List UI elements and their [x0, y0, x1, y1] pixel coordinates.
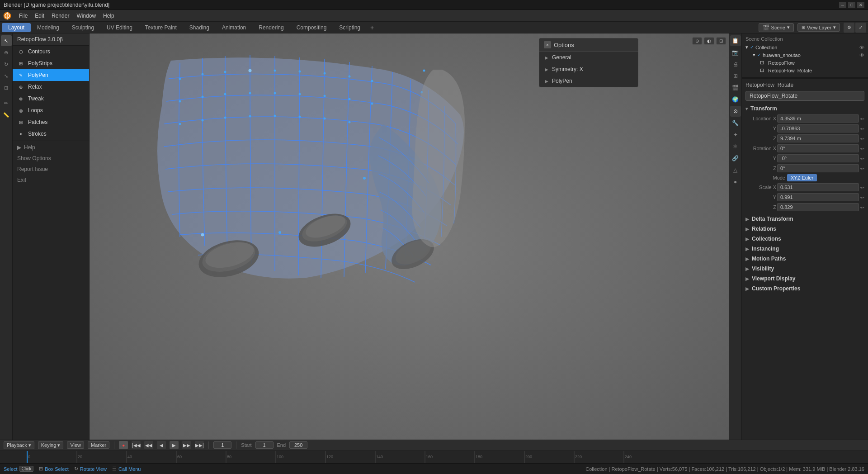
sidebar-item-polystrips[interactable]: ⊞ PolyStrips — [13, 57, 89, 69]
viewport-overlay-button[interactable]: ◐ — [704, 37, 714, 45]
delta-transform-header[interactable]: ▶ Delta Transform — [745, 214, 864, 224]
scale-x-minus[interactable]: ◂ — [860, 185, 862, 190]
visibility-header[interactable]: ▶ Visibility — [745, 264, 864, 274]
sc-item-retopoflow-rotate[interactable]: ⊡ RetopoFlow_Rotate — [745, 66, 864, 74]
sidebar-item-tweak[interactable]: ⊗ Tweak — [13, 93, 89, 104]
loc-y-minus[interactable]: ◂ — [860, 127, 862, 131]
tab-animation[interactable]: Animation — [216, 23, 252, 32]
tab-texture-paint[interactable]: Texture Paint — [139, 23, 183, 32]
tab-add-button[interactable]: + — [367, 23, 377, 32]
tl-next-frame-button[interactable]: ▶▶ — [182, 441, 191, 449]
loc-z-plus[interactable]: ▸ — [863, 137, 864, 141]
rot-y-plus[interactable]: ▸ — [863, 156, 864, 161]
particles-props-icon[interactable]: ✦ — [730, 129, 741, 140]
custom-props-header[interactable]: ▶ Custom Properties — [745, 284, 864, 294]
tool-transform[interactable]: ⊞ — [1, 82, 12, 93]
sidebar-item-strokes[interactable]: ✦ Strokes — [13, 128, 89, 140]
loc-y-plus[interactable]: ▸ — [863, 127, 864, 131]
sidebar-section-exit[interactable]: Exit — [13, 175, 89, 185]
options-row-general[interactable]: ▶ General — [539, 52, 638, 63]
mode-value[interactable]: XYZ Euler — [787, 174, 817, 181]
tab-rendering[interactable]: Rendering — [252, 23, 290, 32]
physics-props-icon[interactable]: ⚛ — [730, 141, 741, 152]
scene-props-icon[interactable]: 🎬 — [730, 82, 741, 93]
call-menu-label[interactable]: Call Menu — [118, 466, 141, 472]
sc-item-retopoflow[interactable]: ⊡ RetopoFlow — [745, 59, 864, 66]
options-close-button[interactable]: × — [544, 41, 551, 48]
tab-modeling[interactable]: Modeling — [31, 23, 66, 32]
motion-paths-header[interactable]: ▶ Motion Paths — [745, 254, 864, 264]
relations-header[interactable]: ▶ Relations — [745, 224, 864, 234]
rotation-z-value[interactable]: 0° — [777, 164, 859, 172]
menu-render[interactable]: Render — [48, 12, 73, 20]
sc-item-collection[interactable]: ▾ ✓ Collection 👁 — [745, 43, 864, 51]
view-layer-selector[interactable]: ⊞ View Layer ▾ — [797, 23, 840, 32]
tl-play-button[interactable]: ▶ — [170, 441, 179, 449]
rotate-label[interactable]: Rotate View — [80, 466, 107, 472]
location-y-value[interactable]: -0.70863 — [777, 124, 859, 133]
transform-header[interactable]: ▾ Transform — [745, 104, 864, 114]
tab-sculpting[interactable]: Sculpting — [66, 23, 100, 32]
scale-x-value[interactable]: 0.631 — [777, 183, 859, 191]
current-frame-display[interactable]: 1 — [213, 441, 231, 449]
viewport[interactable]: × Options ▶ General ▶ Symmetry: X ▶ Poly… — [90, 33, 729, 450]
marker-dropdown[interactable]: Marker — [88, 441, 109, 449]
menu-window[interactable]: Window — [73, 12, 99, 20]
tl-jump-end-button[interactable]: ▶▶| — [195, 441, 204, 449]
sidebar-item-relax[interactable]: ⊕ Relax — [13, 81, 89, 93]
tl-prev-frame-button[interactable]: ◀◀ — [144, 441, 153, 449]
scene-selector[interactable]: 🎬 Scene ▾ — [759, 23, 794, 32]
minimize-button[interactable]: ─ — [839, 2, 846, 8]
options-row-symmetry[interactable]: ▶ Symmetry: X — [539, 63, 638, 75]
tl-jump-start-button[interactable]: |◀◀ — [132, 441, 141, 449]
sc-item-huawan[interactable]: ▾ ✓ huawan_shoutao 👁 — [745, 51, 864, 59]
prop-object-name-display[interactable]: RetopoFlow_Rotate — [745, 91, 864, 101]
playback-dropdown[interactable]: Playback ▾ — [4, 441, 34, 449]
scale-y-value[interactable]: 0.991 — [777, 193, 859, 201]
rotation-x-value[interactable]: 0° — [777, 144, 859, 152]
view-dropdown[interactable]: View — [67, 441, 84, 449]
world-props-icon[interactable]: 🌍 — [730, 94, 741, 105]
start-frame-display[interactable]: 1 — [255, 441, 274, 449]
scale-z-value[interactable]: 0.829 — [777, 203, 859, 211]
object-props-icon[interactable]: ⊙ — [730, 106, 741, 117]
tab-compositing[interactable]: Compositing — [290, 23, 333, 32]
rot-z-minus[interactable]: ◂ — [860, 166, 862, 171]
location-x-value[interactable]: 4.3539 m — [777, 114, 859, 123]
options-row-polypen[interactable]: ▶ PolyPen — [539, 75, 638, 87]
tl-play-reverse-button[interactable]: ◀ — [157, 441, 166, 449]
maximize-button[interactable]: □ — [848, 2, 855, 8]
scale-x-plus[interactable]: ▸ — [863, 185, 864, 190]
viewport-shading-button[interactable]: ⊙ — [692, 37, 702, 45]
loc-z-minus[interactable]: ◂ — [860, 137, 862, 141]
tl-record-button[interactable]: ● — [119, 441, 128, 449]
sidebar-item-polypen[interactable]: ✎ PolyPen — [13, 69, 89, 81]
view-layer-props-icon[interactable]: ⊞ — [730, 71, 741, 81]
tool-annotate[interactable]: ✏ — [1, 98, 12, 109]
scale-z-minus[interactable]: ◂ — [860, 205, 862, 209]
modifier-props-icon[interactable]: 🔧 — [730, 118, 741, 128]
material-props-icon[interactable]: ● — [730, 176, 741, 187]
rot-x-minus[interactable]: ◂ — [860, 147, 862, 151]
constraints-props-icon[interactable]: 🔗 — [730, 153, 741, 164]
scale-y-minus[interactable]: ◂ — [860, 195, 862, 199]
rot-y-minus[interactable]: ◂ — [860, 156, 862, 161]
tab-uv-editing[interactable]: UV Editing — [100, 23, 139, 32]
loc-x-minus[interactable]: ◂ — [860, 117, 862, 121]
sidebar-item-contours[interactable]: ⬡ Contours — [13, 46, 89, 57]
rot-z-plus[interactable]: ▸ — [863, 166, 864, 171]
rotation-y-value[interactable]: -0° — [777, 154, 859, 162]
fullscreen-button[interactable]: ⤢ — [855, 23, 866, 33]
render-props-icon[interactable]: 📷 — [730, 47, 741, 58]
sidebar-item-loops[interactable]: ◎ Loops — [13, 104, 89, 116]
menu-help[interactable]: Help — [99, 12, 118, 20]
sidebar-item-patches[interactable]: ⊟ Patches — [13, 116, 89, 128]
instancing-header[interactable]: ▶ Instancing — [745, 244, 864, 254]
select-label[interactable]: Select — [4, 466, 18, 472]
tab-layout[interactable]: Layout — [2, 23, 31, 32]
keying-dropdown[interactable]: Keying ▾ — [38, 441, 64, 449]
tool-move[interactable]: ⊕ — [1, 47, 12, 58]
outliner-icon[interactable]: 📋 — [730, 35, 741, 46]
scale-z-plus[interactable]: ▸ — [863, 205, 864, 209]
output-props-icon[interactable]: 🖨 — [730, 59, 741, 70]
